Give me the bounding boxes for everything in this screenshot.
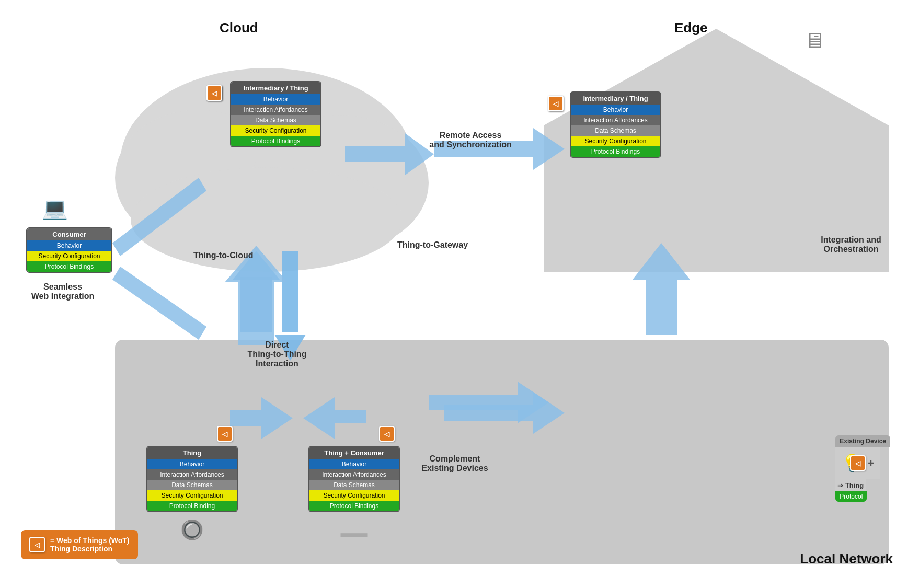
edge-thing-data: Data Schemas bbox=[571, 125, 660, 136]
direct-thing-label: DirectThing-to-ThingInteraction bbox=[225, 340, 329, 368]
edge-thing-component: ◁ ◁ Intermediary / Thing Behavior Intera… bbox=[570, 91, 661, 158]
remote-access-label: Remote Accessand Synchronization bbox=[413, 131, 528, 149]
thing-behavior: Behavior bbox=[147, 459, 237, 469]
cloud-thing-behavior: Behavior bbox=[231, 94, 320, 105]
plus-sign: + bbox=[868, 457, 874, 469]
cloud-label: Cloud bbox=[220, 20, 258, 36]
cloud-thing-security: Security Configuration bbox=[231, 125, 320, 136]
thing-interaction: Interaction Affordances bbox=[147, 469, 237, 480]
seamless-label: SeamlessWeb Integration bbox=[21, 282, 105, 301]
consumer-security: Security Configuration bbox=[27, 251, 111, 261]
thing-to-gateway-label: Thing-to-Gateway bbox=[397, 240, 468, 250]
thing-consumer-behavior: Behavior bbox=[309, 459, 399, 469]
consumer-header: Consumer bbox=[27, 228, 111, 240]
edge-label: Edge bbox=[674, 20, 708, 36]
wot-badge-3: ◁ bbox=[206, 85, 222, 101]
legend-box: ◁ = Web of Things (WoT)Thing Description bbox=[21, 530, 138, 559]
cloud-thing-interaction: Interaction Affordances bbox=[231, 105, 320, 115]
existing-device-label: Existing Device bbox=[835, 435, 890, 447]
svg-marker-8 bbox=[282, 251, 298, 332]
wot-badge-existing: ◁ bbox=[850, 455, 866, 471]
svg-marker-6 bbox=[240, 277, 272, 332]
thing-consumer-component: ◁ Thing + Consumer Behavior Interaction … bbox=[308, 446, 400, 512]
thing-consumer-security: Security Configuration bbox=[309, 490, 399, 501]
wot-badge-edge-2: ◁ bbox=[548, 96, 564, 111]
thing-data: Data Schemas bbox=[147, 480, 237, 490]
integration-label: Integration andOrchestration bbox=[809, 235, 893, 254]
thing-consumer-header: Thing + Consumer bbox=[309, 447, 399, 459]
cloud-thing-component: ◁ ◁ ◁ Intermediary / Thing Behavior Inte… bbox=[230, 81, 321, 147]
existing-device-component: Existing Device 💡 + ◁ ⇒ Thing Protocol bbox=[835, 435, 890, 502]
complement-label: ComplementExisting Devices bbox=[408, 454, 502, 473]
implies-thing: ⇒ Thing bbox=[835, 479, 866, 491]
consumer-protocol: Protocol Bindings bbox=[27, 261, 111, 272]
edge-thing-behavior: Behavior bbox=[571, 105, 660, 115]
edge-thing-security: Security Configuration bbox=[571, 136, 660, 146]
cloud-thing-protocol: Protocol Bindings bbox=[231, 136, 320, 146]
consumer-behavior: Behavior bbox=[27, 240, 111, 251]
svg-point-3 bbox=[131, 167, 403, 272]
edge-thing-interaction: Interaction Affordances bbox=[571, 115, 660, 125]
router-icon: 🖥 bbox=[804, 29, 825, 52]
thing-header: Thing bbox=[147, 447, 237, 459]
cloud-thing-data: Data Schemas bbox=[231, 115, 320, 125]
legend-text: = Web of Things (WoT)Thing Description bbox=[50, 536, 130, 553]
thing-security: Security Configuration bbox=[147, 490, 237, 501]
thing-consumer-interaction: Interaction Affordances bbox=[309, 469, 399, 480]
edge-thing-protocol: Protocol Bindings bbox=[571, 146, 660, 157]
thing-consumer-protocol: Protocol Bindings bbox=[309, 501, 399, 511]
thing-component: ◁ Thing Behavior Interaction Affordances… bbox=[146, 446, 238, 512]
cloud-thing-header: Intermediary / Thing bbox=[231, 82, 320, 94]
existing-protocol: Protocol bbox=[835, 491, 867, 502]
legend-wot-icon: ◁ bbox=[29, 537, 45, 552]
thing-consumer-data: Data Schemas bbox=[309, 480, 399, 490]
edge-thing-header: Intermediary / Thing bbox=[571, 93, 660, 105]
thing-protocol-binding: Protocol Binding bbox=[147, 501, 237, 511]
wot-badge-thing: ◁ bbox=[217, 426, 233, 442]
thing-to-cloud-label: Thing-to-Cloud bbox=[193, 251, 254, 260]
local-label: Local Network bbox=[800, 551, 893, 567]
wot-badge-thing-consumer: ◁ bbox=[379, 426, 395, 442]
consumer-component: 💻 Consumer Behavior Security Configurati… bbox=[26, 227, 112, 273]
